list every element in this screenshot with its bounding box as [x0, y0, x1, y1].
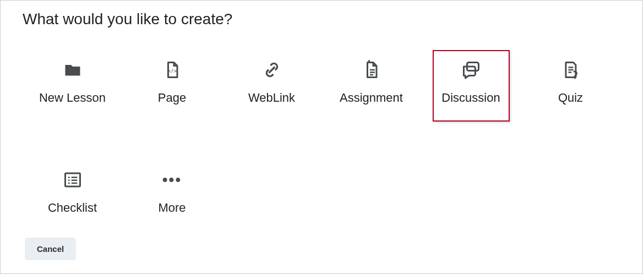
svg-point-4 — [68, 177, 69, 178]
tile-quiz[interactable]: Quiz — [532, 50, 609, 122]
tile-grid: New Lesson </> Page WebLink Assignment D… — [23, 50, 620, 232]
tile-label: Discussion — [441, 91, 500, 105]
assignment-icon — [361, 59, 383, 81]
dialog-title: What would you like to create? — [23, 10, 620, 28]
tile-label: Quiz — [558, 91, 583, 105]
tile-weblink[interactable]: WebLink — [233, 50, 310, 122]
quiz-icon — [560, 59, 582, 81]
tile-checklist[interactable]: Checklist — [34, 160, 111, 232]
svg-point-2 — [574, 78, 576, 79]
link-icon — [261, 59, 283, 81]
more-icon: ••• — [161, 169, 183, 191]
folder-icon — [62, 59, 84, 81]
create-dialog: What would you like to create? New Lesso… — [0, 0, 643, 274]
discussion-icon — [460, 59, 482, 81]
tile-label: More — [158, 201, 185, 215]
tile-assignment[interactable]: Assignment — [333, 50, 410, 122]
svg-point-5 — [68, 179, 69, 181]
svg-point-6 — [68, 183, 69, 184]
tile-more[interactable]: ••• More — [134, 160, 211, 232]
dialog-footer: Cancel — [25, 238, 76, 260]
tile-label: Checklist — [48, 201, 97, 215]
tile-label: New Lesson — [39, 91, 106, 105]
page-icon: </> — [161, 59, 183, 81]
tile-page[interactable]: </> Page — [134, 50, 211, 122]
tile-label: Assignment — [340, 91, 403, 105]
tile-label: WebLink — [248, 91, 295, 105]
tile-label: Page — [158, 91, 186, 105]
tile-new-lesson[interactable]: New Lesson — [34, 50, 111, 122]
checklist-icon — [62, 169, 84, 191]
cancel-button[interactable]: Cancel — [25, 238, 76, 260]
svg-text:</>: </> — [167, 68, 177, 74]
tile-discussion[interactable]: Discussion — [433, 50, 510, 122]
